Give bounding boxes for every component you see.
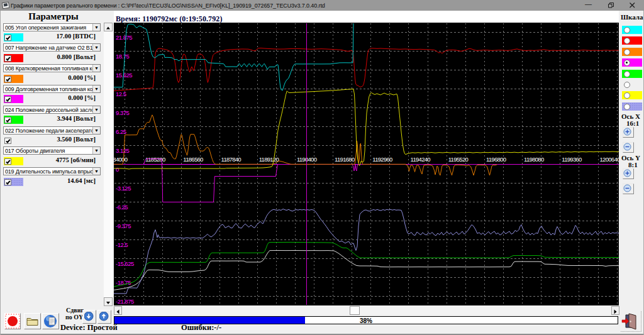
- svg-text:-12.5: -12.5: [116, 241, 128, 248]
- svg-text:9.375: 9.375: [116, 109, 129, 116]
- svg-text:12.5: 12.5: [116, 91, 126, 97]
- svg-text:3.125: 3.125: [116, 147, 129, 154]
- svg-text:-15.625: -15.625: [116, 260, 134, 267]
- svg-text:-6.25: -6.25: [116, 204, 128, 211]
- svg-text:1192960: 1192960: [372, 156, 392, 163]
- svg-text:1199360: 1199360: [562, 156, 582, 163]
- svg-text:1195520: 1195520: [448, 156, 469, 163]
- svg-text:0: 0: [116, 166, 119, 173]
- svg-text:1194240: 1194240: [411, 156, 431, 163]
- svg-text:-9.375: -9.375: [116, 222, 131, 229]
- svg-text:1189120: 1189120: [259, 156, 279, 163]
- svg-text:1184000: 1184000: [114, 156, 128, 163]
- svg-text:-3.125: -3.125: [116, 185, 131, 192]
- svg-text:6.25: 6.25: [116, 128, 126, 135]
- svg-text:1187840: 1187840: [221, 156, 242, 163]
- svg-text:18.75: 18.75: [116, 53, 129, 60]
- svg-text:1198080: 1198080: [524, 156, 544, 163]
- svg-text:1186560: 1186560: [183, 156, 203, 163]
- svg-text:15.625: 15.625: [116, 72, 132, 79]
- svg-text:1191680: 1191680: [335, 156, 355, 163]
- svg-text:1196800: 1196800: [486, 156, 506, 163]
- svg-text:1185280: 1185280: [145, 156, 165, 163]
- svg-text:21.875: 21.875: [116, 34, 132, 41]
- svg-text:1200640: 1200640: [600, 156, 619, 163]
- svg-text:-21.875: -21.875: [116, 298, 134, 305]
